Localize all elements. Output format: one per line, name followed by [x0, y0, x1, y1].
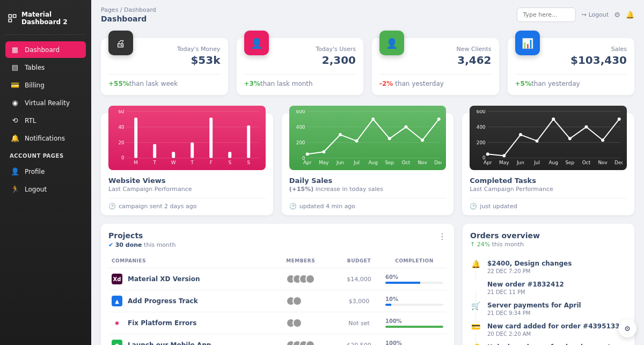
sidebar-item-notifications[interactable]: 🔔Notifications: [5, 130, 86, 146]
brand-label: Material Dashboard 2: [21, 11, 84, 26]
stat-footer: -2% than yesterday: [379, 74, 492, 87]
timeline-date: 22 DEC 7:20 PM: [487, 268, 572, 274]
svg-text:0: 0: [121, 156, 125, 161]
stat-footer: +3%than lask month: [244, 74, 356, 87]
svg-text:60: 60: [118, 110, 125, 114]
timeline-item: 🔑Unlock packages for development18 DEC 4…: [470, 340, 627, 345]
budget: $3,000: [336, 290, 382, 312]
profile-icon: 👤: [11, 167, 19, 175]
timeline-title: New order #1832412: [487, 281, 564, 288]
chart-updated: 🕑just updated: [470, 198, 627, 210]
svg-text:M: M: [134, 160, 138, 165]
budget: $14,000: [336, 268, 382, 290]
logout-link[interactable]: ↪ Logout: [581, 11, 609, 18]
sidebar-item-billing[interactable]: 💳Billing: [5, 77, 86, 93]
settings-fab[interactable]: ⚙: [618, 319, 636, 337]
stat-value: $103,430: [515, 54, 627, 67]
sidebar: Material Dashboard 2 ▦Dashboard▤Tables💳B…: [0, 0, 91, 345]
svg-text:600: 600: [296, 110, 305, 114]
projects-done: ✔ 30 done this month: [108, 241, 175, 248]
completion: 100%: [385, 340, 443, 345]
members: [286, 296, 333, 306]
overview-title: Orders overview: [470, 231, 627, 240]
breadcrumb-parent[interactable]: Pages: [101, 6, 118, 13]
table-row: ▲Add Progress Track$3,00010%: [108, 290, 447, 312]
svg-text:Aug: Aug: [549, 160, 558, 165]
chart-card: 0200400600AprMayJunJulAugSepOctNovDecDai…: [282, 113, 454, 215]
gear-icon[interactable]: ⚙: [614, 11, 620, 19]
members: [286, 318, 333, 328]
svg-text:Nov: Nov: [598, 160, 608, 165]
timeline-icon: [470, 281, 481, 295]
svg-text:Oct: Oct: [401, 160, 410, 165]
table-header: COMPANIES: [108, 254, 283, 268]
stat-value: 2,300: [244, 54, 356, 67]
timeline-item: 💳New card added for order #439513320 DEC…: [470, 319, 627, 340]
stat-icon: 👤: [244, 31, 269, 55]
avatar: [292, 296, 302, 306]
timeline-item: 🔔$2400, Design changes22 DEC 7:20 PM: [470, 256, 627, 277]
clock-icon: 🕑: [289, 203, 297, 210]
company-name: Launch our Mobile App: [128, 341, 211, 345]
logout-icon: ↪: [581, 11, 586, 18]
chart-card: 0200400600AprMayJunJulAugSepOctNovDecCom…: [462, 113, 634, 215]
chart-title: Website Views: [108, 177, 266, 185]
svg-text:W: W: [171, 160, 176, 165]
dashboard-icon: ▦: [11, 46, 19, 54]
svg-text:Sep: Sep: [385, 160, 394, 165]
nav-section-label: ACCOUNT PAGES: [5, 148, 86, 162]
company-icon: Xd: [112, 274, 122, 284]
completion: 10%: [385, 296, 443, 306]
main: Pages / Dashboard Dashboard ↪ Logout ⚙ 🔔…: [91, 0, 644, 345]
clock-icon: 🕑: [108, 203, 116, 210]
svg-text:Sep: Sep: [566, 160, 575, 165]
svg-rect-23: [247, 126, 250, 158]
sidebar-item-profile[interactable]: 👤Profile: [5, 163, 86, 180]
projects-title: Projects: [108, 231, 175, 240]
timeline-item: New order #183241221 DEC 11 PM: [470, 277, 627, 298]
chart-updated: 🕑updated 4 min ago: [289, 198, 447, 210]
members: [286, 340, 333, 345]
search-input[interactable]: [517, 8, 576, 22]
svg-text:T: T: [152, 160, 156, 165]
sidebar-item-virtual-reality[interactable]: ◉Virtual Reality: [5, 94, 86, 111]
stat-card: 👤Today's Users2,300+3%than lask month: [237, 38, 364, 95]
sidebar-item-rtl[interactable]: ⟲RTL: [5, 112, 86, 129]
sidebar-item-tables[interactable]: ▤Tables: [5, 59, 86, 76]
orders-overview-card: Orders overview ↑ 24% this month 🔔$2400,…: [463, 224, 634, 345]
company-icon: ●: [112, 340, 122, 345]
stat-icon: 📊: [515, 31, 540, 55]
svg-text:Jun: Jun: [516, 160, 524, 165]
virtual reality-icon: ◉: [11, 99, 19, 107]
avatar: [305, 340, 315, 345]
chart-subtitle: Last Campaign Performance: [108, 186, 266, 193]
stat-icon: 🖨: [108, 31, 133, 55]
brand: Material Dashboard 2: [5, 8, 86, 35]
sidebar-item-dashboard[interactable]: ▦Dashboard: [5, 41, 86, 58]
timeline-title: Server payments for April: [487, 302, 581, 309]
svg-rect-0: [9, 14, 11, 17]
svg-text:May: May: [319, 160, 328, 165]
stat-value: 3,462: [379, 54, 492, 67]
svg-rect-17: [191, 143, 194, 158]
timeline-date: 21 DEC 9:34 PM: [487, 310, 581, 316]
topbar: Pages / Dashboard Dashboard ↪ Logout ⚙ 🔔: [101, 4, 634, 28]
sidebar-item-logout[interactable]: 🏃Logout: [5, 181, 86, 197]
logout-icon: 🏃: [11, 185, 19, 193]
bell-icon[interactable]: 🔔: [626, 11, 634, 19]
table-header: COMPLETION: [382, 254, 447, 268]
svg-text:400: 400: [477, 124, 486, 130]
chart-title: Daily Sales: [289, 177, 447, 185]
company-name: Fix Platform Errors: [128, 319, 196, 327]
notifications-icon: 🔔: [11, 134, 19, 142]
timeline-date: 20 DEC 2:20 AM: [487, 331, 620, 337]
company-icon: ▲: [112, 296, 122, 306]
svg-text:600: 600: [477, 110, 486, 114]
svg-text:200: 200: [296, 140, 305, 145]
projects-menu-icon[interactable]: ⋮: [438, 231, 447, 241]
projects-card: Projects ✔ 30 done this month ⋮ COMPANIE…: [101, 224, 454, 345]
page-title: Dashboard: [101, 14, 156, 23]
stat-value: $53k: [108, 54, 221, 67]
svg-text:May: May: [499, 160, 509, 165]
timeline-icon: 💳: [470, 322, 481, 337]
